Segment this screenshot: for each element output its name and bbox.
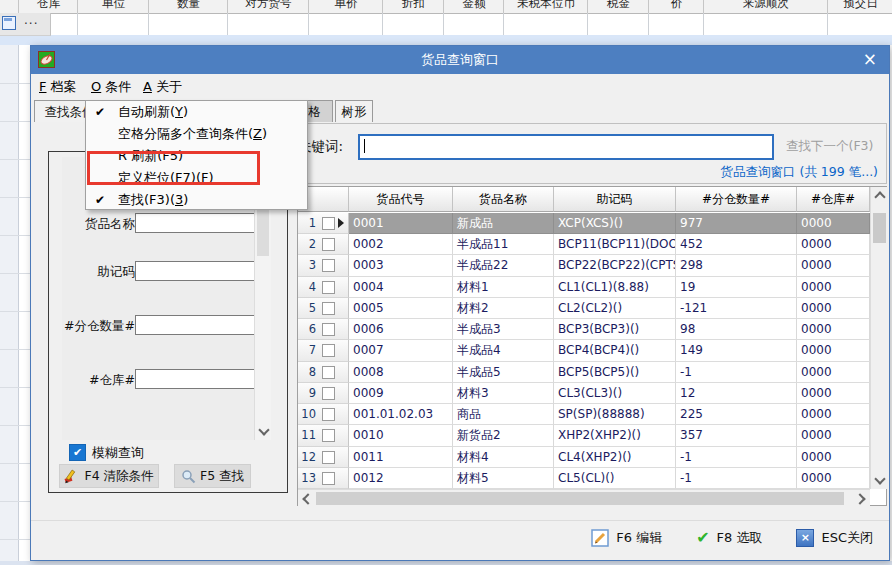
cell-wh: 0000: [797, 447, 870, 468]
grid-vertical-scrollbar[interactable]: [870, 187, 888, 489]
menu-item-1[interactable]: ✔自动刷新(Y): [86, 101, 307, 123]
result-count-link[interactable]: 货品查询窗口 (共 199 笔...): [721, 164, 878, 181]
find-button[interactable]: F5 查找: [174, 464, 251, 488]
row-checkbox[interactable]: [322, 302, 335, 315]
select-button[interactable]: ✔ F8 选取: [696, 528, 762, 547]
menu-file[interactable]: F 档案: [39, 74, 77, 100]
cell-wh: 0000: [797, 404, 870, 425]
grid-header-2[interactable]: 货品名称: [453, 187, 554, 212]
grid-header-1[interactable]: 货品代号: [349, 187, 453, 212]
results-grid: 货品代号货品名称助记码#分仓数量##仓库# 10001新成品XCP(XCS)()…: [297, 186, 887, 506]
row-checkbox[interactable]: [322, 451, 335, 464]
cell-mnem: BCP3(BCP3)(): [554, 319, 676, 340]
table-row[interactable]: 130012材料5CL5(CL)()-10000: [298, 468, 870, 489]
background-table-header: 仓库单位数量对方货号单价折扣金额未税本位币税金价来源顺次预交日: [0, 0, 892, 14]
cell-name: 材料3: [453, 383, 554, 404]
table-row[interactable]: 30003半成品22BCP22(BCP22)(CPTS(2980000: [298, 255, 870, 276]
menu-item-2[interactable]: 空格分隔多个查询条件(Z): [86, 123, 307, 145]
grid-horizontal-scrollbar[interactable]: [298, 489, 870, 507]
bg-column-header: 预交日: [827, 0, 892, 13]
grid-header-3[interactable]: 助记码: [554, 187, 676, 212]
scroll-left-icon[interactable]: [298, 490, 315, 507]
field-input-3[interactable]: [135, 261, 265, 281]
table-row[interactable]: 50005材料2CL2(CL2)()-1210000: [298, 298, 870, 319]
table-row[interactable]: 120011材料4CL4(XHP2)()-10000: [298, 447, 870, 468]
clear-conditions-button[interactable]: F4 清除条件: [59, 464, 159, 488]
row-header: 10: [298, 404, 349, 425]
fuzzy-search-checkbox[interactable]: ✔: [69, 444, 86, 461]
edit-button-label: F6 编辑: [616, 529, 662, 547]
dialog-titlebar[interactable]: 货品查询窗口 ×: [31, 46, 889, 74]
text-caret: [364, 139, 365, 153]
table-row[interactable]: 90009材料3CL3(CL3)()120000: [298, 383, 870, 404]
close-icon[interactable]: ×: [863, 46, 877, 74]
row-cells: 0003半成品22BCP22(BCP22)(CPTS(2980000: [349, 255, 870, 276]
row-checkbox[interactable]: [322, 429, 335, 442]
table-row[interactable]: 80008半成品5BCP5(BCP5)()-10000: [298, 362, 870, 383]
clear-button-label: F4 清除条件: [84, 468, 153, 485]
row-number: 3: [300, 255, 316, 275]
scroll-right-icon[interactable]: [853, 490, 870, 507]
table-row[interactable]: 70007半成品4BCP4(BCP4)()1490000: [298, 340, 870, 361]
bg-column-label: 数量: [177, 0, 200, 11]
bg-column-header: 数量: [148, 0, 228, 13]
bg-column-label: 对方货号: [246, 0, 292, 11]
cell-name: 商品: [453, 404, 554, 425]
menu-about[interactable]: A 关于: [143, 74, 182, 100]
row-header: 7: [298, 340, 349, 361]
row-checkbox[interactable]: [322, 472, 335, 485]
find-next-button[interactable]: 查找下一个(F3): [786, 138, 873, 155]
cell-name: 材料1: [453, 277, 554, 298]
table-row[interactable]: 60006半成品3BCP3(BCP3)()980000: [298, 319, 870, 340]
row-header: 1: [298, 213, 349, 234]
ellipsis-button[interactable]: ...: [24, 13, 38, 27]
field-input-4[interactable]: [135, 315, 265, 335]
row-checkbox[interactable]: [322, 387, 335, 400]
tab-tree[interactable]: 树形: [335, 100, 373, 122]
edit-button[interactable]: F6 编辑: [591, 529, 662, 547]
scrollbar-thumb[interactable]: [873, 213, 886, 243]
row-header: 2: [298, 234, 349, 255]
scroll-down-icon[interactable]: [871, 472, 888, 489]
scroll-down-icon[interactable]: [255, 423, 272, 440]
scroll-up-icon[interactable]: [871, 187, 888, 204]
table-row[interactable]: 10001新成品XCP(XCS)()9770000: [298, 213, 870, 234]
row-checkbox[interactable]: [322, 366, 335, 379]
row-cells: 0005材料2CL2(CL2)()-1210000: [349, 298, 870, 319]
close-button[interactable]: × ESC关闭: [796, 529, 873, 547]
row-checkbox[interactable]: [322, 344, 335, 357]
row-checkbox[interactable]: [322, 238, 335, 251]
field-input-2[interactable]: [135, 213, 265, 233]
row-header: 12: [298, 447, 349, 468]
row-number: 1: [300, 213, 316, 233]
background-row-line: [0, 463, 30, 464]
row-checkbox[interactable]: [322, 408, 335, 421]
table-row[interactable]: 40004材料1CL1(CL1)(8.88)190000: [298, 277, 870, 298]
grid-header-4[interactable]: #分仓数量#: [676, 187, 797, 212]
background-row-line: [0, 273, 30, 274]
row-number: 12: [300, 447, 316, 467]
row-checkbox[interactable]: [322, 281, 335, 294]
cell-mnem: BCP22(BCP22)(CPTS(: [554, 255, 676, 276]
menu-item-5[interactable]: ✔查找(F3)(3): [86, 189, 307, 211]
table-row[interactable]: 20002半成品11BCP11(BCP11)(DOO)4520000: [298, 234, 870, 255]
row-checkbox[interactable]: [322, 217, 335, 230]
cell-wh: 0000: [797, 319, 870, 340]
row-header: 13: [298, 468, 349, 489]
table-row[interactable]: 10001.01.02.03商品SP(SP)(88888)2250000: [298, 404, 870, 425]
cell-code: 0012: [349, 468, 453, 489]
cell-name: 半成品5: [453, 362, 554, 383]
row-checkbox[interactable]: [322, 323, 335, 336]
row-cells: 0007半成品4BCP4(BCP4)()1490000: [349, 340, 870, 361]
field-input-5[interactable]: [135, 369, 265, 389]
row-header: 5: [298, 298, 349, 319]
row-cells: 0006半成品3BCP3(BCP3)()980000: [349, 319, 870, 340]
row-cells: 0004材料1CL1(CL1)(8.88)190000: [349, 277, 870, 298]
bg-column-header: 折扣: [382, 0, 444, 13]
table-row[interactable]: 110010新货品2XHP2(XHP2)()3570000: [298, 425, 870, 446]
grid-header-5[interactable]: #仓库#: [797, 187, 870, 212]
scrollbar-thumb[interactable]: [316, 492, 844, 505]
keyword-input[interactable]: [358, 134, 774, 160]
menu-conditions[interactable]: O 条件: [91, 74, 131, 100]
row-checkbox[interactable]: [322, 259, 335, 272]
